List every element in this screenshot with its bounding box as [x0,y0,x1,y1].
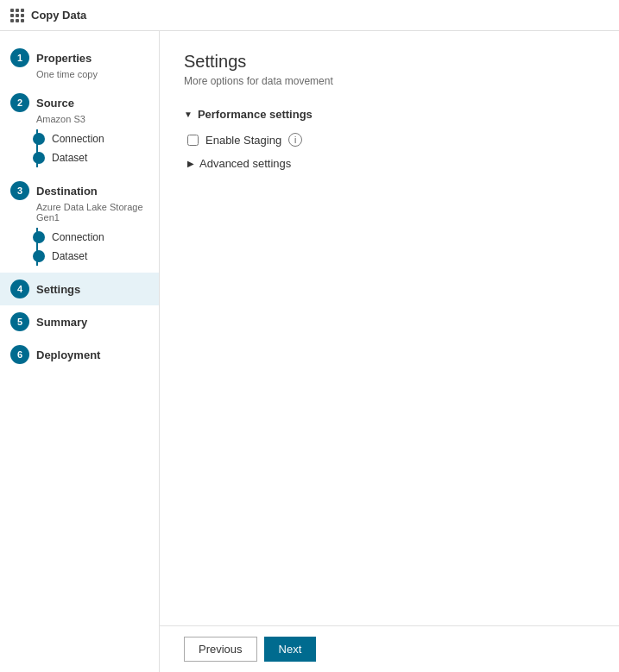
source-sub-items: Connection Dataset [29,129,148,167]
content-area: Settings More options for data movement … [160,31,619,672]
step-number-4: 4 [10,279,29,298]
destination-sub-items: Connection Dataset [29,228,148,266]
step-label-settings: Settings [36,283,80,296]
advanced-settings-row[interactable]: ▶ Advanced settings [187,157,595,170]
collapse-icon: ▼ [184,110,193,119]
sidebar-step-source[interactable]: 2 Source Amazon S3 Connection Dataset [0,86,159,174]
step-number-5: 5 [10,312,29,331]
performance-settings-header[interactable]: ▼ Performance settings [184,108,595,121]
destination-connection-item[interactable]: Connection [29,228,148,247]
sidebar: 1 Properties One time copy 2 Source Amaz… [0,31,160,672]
main-layout: 1 Properties One time copy 2 Source Amaz… [0,31,619,672]
step-sublabel-destination: Azure Data Lake Storage Gen1 [36,202,148,223]
step-label-source: Source [36,97,74,110]
source-dataset-item[interactable]: Dataset [29,148,148,167]
next-button[interactable]: Next [264,637,317,662]
page-title: Settings [184,52,595,72]
enable-staging-row: Enable Staging i [187,133,595,147]
sidebar-step-properties[interactable]: 1 Properties One time copy [0,41,159,86]
content-footer: Previous Next [160,625,619,672]
step-sublabel-properties: One time copy [36,69,148,79]
content-body: Settings More options for data movement … [160,31,619,625]
destination-dataset-item[interactable]: Dataset [29,247,148,266]
step-label-destination: Destination [36,185,98,198]
source-connection-dot [33,133,45,145]
previous-button[interactable]: Previous [184,637,257,662]
sidebar-step-settings[interactable]: 4 Settings [0,273,159,305]
source-connection-item[interactable]: Connection [29,129,148,148]
top-bar: Copy Data [0,0,619,31]
source-connection-label: Connection [52,133,104,145]
destination-dataset-dot [33,250,45,262]
step-label-summary: Summary [36,316,87,329]
sidebar-step-destination[interactable]: 3 Destination Azure Data Lake Storage Ge… [0,174,159,273]
destination-connection-label: Connection [52,231,104,243]
step-number-1: 1 [10,48,29,67]
destination-dataset-label: Dataset [52,250,87,262]
sidebar-step-deployment[interactable]: 6 Deployment [0,338,159,371]
performance-settings-title: Performance settings [198,108,313,121]
sidebar-step-summary[interactable]: 5 Summary [0,305,159,338]
advanced-settings-label: Advanced settings [199,157,291,170]
source-dataset-dot [33,152,45,164]
enable-staging-info-icon[interactable]: i [288,133,302,147]
step-sublabel-source: Amazon S3 [36,114,148,124]
step-number-6: 6 [10,345,29,364]
expand-icon: ▶ [187,159,194,168]
enable-staging-label: Enable Staging [205,134,281,147]
source-dataset-label: Dataset [52,152,87,164]
enable-staging-checkbox[interactable] [187,135,199,146]
app-title: Copy Data [31,9,86,22]
step-label-properties: Properties [36,52,92,65]
page-subtitle: More options for data movement [184,75,595,87]
destination-connection-dot [33,231,45,243]
step-number-2: 2 [10,93,29,112]
step-number-3: 3 [10,181,29,200]
step-label-deployment: Deployment [36,349,100,361]
copy-data-icon [10,9,24,22]
